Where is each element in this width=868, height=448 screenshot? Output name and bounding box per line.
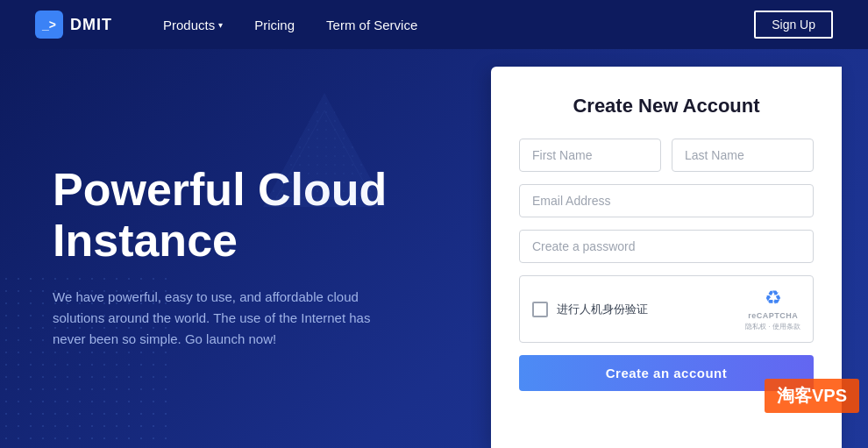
password-input[interactable] (519, 230, 814, 263)
last-name-input[interactable] (672, 139, 814, 172)
navbar-actions: Sign Up (754, 11, 833, 39)
name-row (519, 139, 814, 172)
signup-button[interactable]: Sign Up (754, 11, 833, 39)
first-name-input[interactable] (519, 139, 661, 172)
chevron-down-icon: ▾ (218, 20, 223, 30)
brand[interactable]: _> DMIT (35, 11, 112, 39)
nav-item-pricing[interactable]: Pricing (238, 0, 310, 49)
nav-item-products[interactable]: Products ▾ (147, 0, 238, 49)
hero-section: Powerful Cloud Instance We have powerful… (0, 49, 868, 448)
nav-links: Products ▾ Pricing Term of Service (147, 0, 754, 49)
brand-name: DMIT (70, 16, 112, 34)
captcha-left: 进行人机身份验证 (532, 302, 648, 317)
recaptcha-label: reCAPTCHA (748, 311, 798, 320)
recaptcha-links: 隐私权 · 使用条款 (745, 322, 800, 331)
signup-form-card: Create New Account 进行人机身份验证 ♻ reCAPTCHA (491, 67, 842, 448)
brand-logo: _> (35, 11, 63, 39)
captcha-box[interactable]: 进行人机身份验证 ♻ reCAPTCHA 隐私权 · 使用条款 (519, 275, 814, 343)
logo-text: _> (42, 18, 56, 32)
nav-item-tos[interactable]: Term of Service (310, 0, 433, 49)
captcha-checkbox[interactable] (532, 302, 548, 317)
nav-tos-label: Term of Service (326, 18, 417, 32)
password-group (519, 230, 814, 263)
email-group (519, 184, 814, 217)
recaptcha-icon: ♻ (765, 287, 782, 309)
form-title: Create New Account (519, 95, 814, 117)
nav-products-label: Products (163, 18, 215, 32)
create-account-button[interactable]: Create an account (519, 355, 814, 391)
navbar: _> DMIT Products ▾ Pricing Term of Servi… (0, 0, 868, 49)
hero-dots-decoration (0, 273, 175, 448)
email-input[interactable] (519, 184, 814, 217)
nav-pricing-label: Pricing (254, 18, 295, 32)
captcha-label: 进行人机身份验证 (557, 302, 648, 317)
mountain-decoration (245, 84, 403, 224)
svg-marker-3 (263, 93, 386, 207)
hero-right: Create New Account 进行人机身份验证 ♻ reCAPTCHA (491, 49, 842, 448)
captcha-right: ♻ reCAPTCHA 隐私权 · 使用条款 (745, 287, 800, 331)
